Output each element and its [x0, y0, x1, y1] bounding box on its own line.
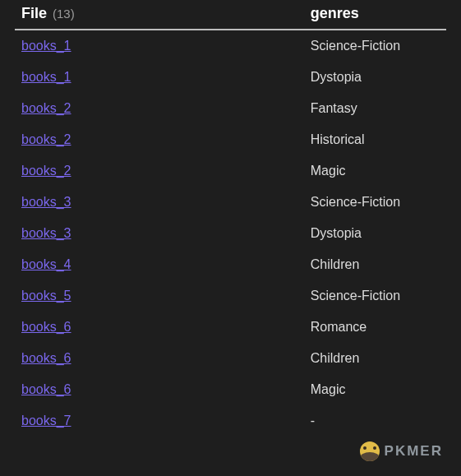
file-cell: books_4	[15, 249, 304, 280]
column-header-file[interactable]: File (13)	[15, 0, 304, 30]
file-cell: books_2	[15, 155, 304, 187]
file-link[interactable]: books_2	[21, 101, 71, 115]
table-row: books_4Children	[15, 249, 446, 280]
genre-cell: -	[304, 405, 446, 437]
file-link[interactable]: books_4	[21, 257, 71, 271]
file-link[interactable]: books_3	[21, 226, 71, 240]
file-link[interactable]: books_6	[21, 320, 71, 334]
genre-cell: Science-Fiction	[304, 30, 446, 62]
table-row: books_5Science-Fiction	[15, 280, 446, 312]
column-header-file-count: (13)	[53, 7, 75, 21]
table-row: books_6Romance	[15, 312, 446, 343]
table-row: books_1Science-Fiction	[15, 30, 446, 62]
genre-cell: Science-Fiction	[304, 187, 446, 218]
column-header-genre[interactable]: genres	[304, 0, 446, 30]
file-cell: books_2	[15, 93, 304, 124]
watermark-logo-icon	[360, 441, 380, 461]
file-cell: books_6	[15, 374, 304, 405]
file-cell: books_3	[15, 218, 304, 249]
file-link[interactable]: books_6	[21, 351, 71, 365]
file-link[interactable]: books_1	[21, 70, 71, 84]
file-cell: books_7	[15, 405, 304, 437]
table-row: books_3Dystopia	[15, 218, 446, 249]
column-header-genre-label: genres	[311, 5, 359, 21]
table-row: books_7-	[15, 405, 446, 437]
table-row: books_6Magic	[15, 374, 446, 405]
data-table: File (13) genres books_1Science-Fictionb…	[15, 0, 446, 437]
table-row: books_3Science-Fiction	[15, 187, 446, 218]
table-row: books_2Magic	[15, 155, 446, 187]
genre-cell: Magic	[304, 155, 446, 187]
file-cell: books_6	[15, 312, 304, 343]
genre-cell: Dystopia	[304, 62, 446, 93]
table-container: File (13) genres books_1Science-Fictionb…	[0, 0, 461, 437]
file-cell: books_2	[15, 124, 304, 155]
watermark: PKMER	[360, 441, 443, 461]
genre-cell: Dystopia	[304, 218, 446, 249]
file-cell: books_6	[15, 343, 304, 374]
genre-cell: Magic	[304, 374, 446, 405]
file-cell: books_1	[15, 62, 304, 93]
file-cell: books_5	[15, 280, 304, 312]
file-cell: books_1	[15, 30, 304, 62]
watermark-text: PKMER	[385, 443, 443, 460]
file-cell: books_3	[15, 187, 304, 218]
table-row: books_6Children	[15, 343, 446, 374]
column-header-file-label: File	[21, 5, 47, 21]
table-row: books_1Dystopia	[15, 62, 446, 93]
file-link[interactable]: books_3	[21, 195, 71, 209]
table-row: books_2Historical	[15, 124, 446, 155]
genre-cell: Fantasy	[304, 93, 446, 124]
genre-cell: Children	[304, 343, 446, 374]
table-row: books_2Fantasy	[15, 93, 446, 124]
genre-cell: Romance	[304, 312, 446, 343]
file-link[interactable]: books_1	[21, 39, 71, 53]
file-link[interactable]: books_2	[21, 164, 71, 178]
file-link[interactable]: books_2	[21, 132, 71, 146]
genre-cell: Historical	[304, 124, 446, 155]
genre-cell: Science-Fiction	[304, 280, 446, 312]
file-link[interactable]: books_7	[21, 414, 71, 427]
file-link[interactable]: books_6	[21, 382, 71, 396]
file-link[interactable]: books_5	[21, 289, 71, 303]
genre-cell: Children	[304, 249, 446, 280]
